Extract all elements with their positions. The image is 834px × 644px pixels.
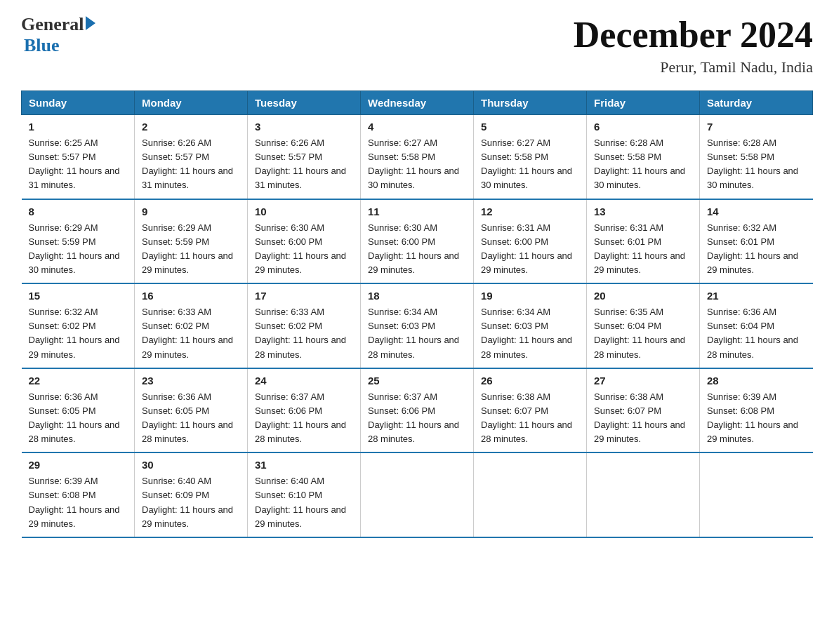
calendar-cell: 30 Sunrise: 6:40 AMSunset: 6:09 PMDaylig… [135, 452, 248, 537]
day-number: 20 [594, 290, 692, 302]
day-info: Sunrise: 6:37 AMSunset: 6:06 PMDaylight:… [368, 391, 459, 444]
day-number: 8 [29, 206, 128, 217]
day-info: Sunrise: 6:29 AMSunset: 5:59 PMDaylight:… [142, 222, 233, 275]
day-number: 25 [368, 375, 466, 387]
day-number: 15 [29, 290, 128, 302]
calendar-table: SundayMondayTuesdayWednesdayThursdayFrid… [21, 90, 813, 538]
calendar-cell: 19 Sunrise: 6:34 AMSunset: 6:03 PMDaylig… [474, 283, 587, 368]
day-number: 16 [142, 290, 240, 302]
weekday-header-wednesday: Wednesday [361, 91, 474, 115]
calendar-cell [474, 452, 587, 537]
calendar-cell [361, 452, 474, 537]
day-info: Sunrise: 6:30 AMSunset: 6:00 PMDaylight:… [255, 222, 346, 275]
day-info: Sunrise: 6:37 AMSunset: 6:06 PMDaylight:… [255, 391, 346, 444]
day-info: Sunrise: 6:31 AMSunset: 6:00 PMDaylight:… [481, 222, 572, 275]
day-info: Sunrise: 6:28 AMSunset: 5:58 PMDaylight:… [707, 137, 798, 190]
logo: General [21, 14, 95, 35]
day-info: Sunrise: 6:28 AMSunset: 5:58 PMDaylight:… [594, 137, 685, 190]
day-number: 7 [707, 121, 806, 133]
day-number: 29 [29, 459, 128, 471]
day-info: Sunrise: 6:39 AMSunset: 6:08 PMDaylight:… [29, 476, 120, 528]
calendar-cell: 29 Sunrise: 6:39 AMSunset: 6:08 PMDaylig… [22, 452, 135, 537]
day-number: 28 [707, 375, 806, 387]
logo-blue-text: Blue [24, 35, 60, 55]
calendar-cell: 27 Sunrise: 6:38 AMSunset: 6:07 PMDaylig… [587, 368, 700, 453]
calendar-cell: 8 Sunrise: 6:29 AMSunset: 5:59 PMDayligh… [22, 199, 135, 284]
calendar-cell: 28 Sunrise: 6:39 AMSunset: 6:08 PMDaylig… [700, 368, 813, 453]
day-number: 30 [142, 459, 240, 471]
weekday-header-thursday: Thursday [474, 91, 587, 115]
calendar-cell: 2 Sunrise: 6:26 AMSunset: 5:57 PMDayligh… [135, 115, 248, 199]
calendar-cell: 18 Sunrise: 6:34 AMSunset: 6:03 PMDaylig… [361, 283, 474, 368]
header: General Blue December 2024 Perur, Tamil … [21, 14, 813, 76]
calendar-cell: 24 Sunrise: 6:37 AMSunset: 6:06 PMDaylig… [248, 368, 361, 453]
day-info: Sunrise: 6:38 AMSunset: 6:07 PMDaylight:… [594, 391, 685, 444]
day-number: 13 [594, 206, 692, 217]
day-info: Sunrise: 6:32 AMSunset: 6:01 PMDaylight:… [707, 222, 798, 275]
day-number: 5 [481, 121, 579, 133]
calendar-cell: 4 Sunrise: 6:27 AMSunset: 5:58 PMDayligh… [361, 115, 474, 199]
day-info: Sunrise: 6:33 AMSunset: 6:02 PMDaylight:… [142, 307, 233, 359]
day-info: Sunrise: 6:38 AMSunset: 6:07 PMDaylight:… [481, 391, 572, 444]
calendar-cell: 20 Sunrise: 6:35 AMSunset: 6:04 PMDaylig… [587, 283, 700, 368]
logo-general-text: General [21, 14, 84, 35]
day-info: Sunrise: 6:35 AMSunset: 6:04 PMDaylight:… [594, 307, 685, 359]
calendar-cell: 6 Sunrise: 6:28 AMSunset: 5:58 PMDayligh… [587, 115, 700, 199]
day-number: 27 [594, 375, 692, 387]
calendar-cell: 31 Sunrise: 6:40 AMSunset: 6:10 PMDaylig… [248, 452, 361, 537]
day-info: Sunrise: 6:36 AMSunset: 6:05 PMDaylight:… [142, 391, 233, 444]
location-subtitle: Perur, Tamil Nadu, India [574, 58, 813, 76]
weekday-header-sunday: Sunday [22, 91, 135, 115]
day-info: Sunrise: 6:33 AMSunset: 6:02 PMDaylight:… [255, 307, 346, 359]
calendar-header-row: SundayMondayTuesdayWednesdayThursdayFrid… [22, 91, 813, 115]
day-info: Sunrise: 6:25 AMSunset: 5:57 PMDaylight:… [29, 137, 120, 190]
day-number: 19 [481, 290, 579, 302]
day-info: Sunrise: 6:30 AMSunset: 6:00 PMDaylight:… [368, 222, 459, 275]
day-number: 1 [29, 121, 128, 133]
day-number: 18 [368, 290, 466, 302]
day-info: Sunrise: 6:31 AMSunset: 6:01 PMDaylight:… [594, 222, 685, 275]
day-number: 9 [142, 206, 240, 217]
day-number: 31 [255, 459, 353, 471]
day-info: Sunrise: 6:39 AMSunset: 6:08 PMDaylight:… [707, 391, 798, 444]
day-info: Sunrise: 6:40 AMSunset: 6:10 PMDaylight:… [255, 476, 346, 528]
day-info: Sunrise: 6:27 AMSunset: 5:58 PMDaylight:… [368, 137, 459, 190]
calendar-cell: 23 Sunrise: 6:36 AMSunset: 6:05 PMDaylig… [135, 368, 248, 453]
calendar-cell: 17 Sunrise: 6:33 AMSunset: 6:02 PMDaylig… [248, 283, 361, 368]
day-number: 4 [368, 121, 466, 133]
day-number: 23 [142, 375, 240, 387]
day-number: 3 [255, 121, 353, 133]
calendar-week-row: 8 Sunrise: 6:29 AMSunset: 5:59 PMDayligh… [22, 199, 813, 284]
day-info: Sunrise: 6:26 AMSunset: 5:57 PMDaylight:… [142, 137, 233, 190]
day-info: Sunrise: 6:27 AMSunset: 5:58 PMDaylight:… [481, 137, 572, 190]
day-info: Sunrise: 6:32 AMSunset: 6:02 PMDaylight:… [29, 307, 120, 359]
calendar-cell: 1 Sunrise: 6:25 AMSunset: 5:57 PMDayligh… [22, 115, 135, 199]
day-info: Sunrise: 6:34 AMSunset: 6:03 PMDaylight:… [368, 307, 459, 359]
calendar-cell: 11 Sunrise: 6:30 AMSunset: 6:00 PMDaylig… [361, 199, 474, 284]
day-number: 17 [255, 290, 353, 302]
weekday-header-friday: Friday [587, 91, 700, 115]
calendar-cell: 9 Sunrise: 6:29 AMSunset: 5:59 PMDayligh… [135, 199, 248, 284]
day-info: Sunrise: 6:36 AMSunset: 6:04 PMDaylight:… [707, 307, 798, 359]
calendar-cell: 13 Sunrise: 6:31 AMSunset: 6:01 PMDaylig… [587, 199, 700, 284]
month-year-title: December 2024 [574, 14, 813, 55]
title-area: December 2024 Perur, Tamil Nadu, India [574, 14, 813, 76]
calendar-cell: 12 Sunrise: 6:31 AMSunset: 6:00 PMDaylig… [474, 199, 587, 284]
calendar-week-row: 22 Sunrise: 6:36 AMSunset: 6:05 PMDaylig… [22, 368, 813, 453]
day-number: 10 [255, 206, 353, 217]
day-number: 26 [481, 375, 579, 387]
calendar-week-row: 1 Sunrise: 6:25 AMSunset: 5:57 PMDayligh… [22, 115, 813, 199]
calendar-cell [587, 452, 700, 537]
calendar-cell: 26 Sunrise: 6:38 AMSunset: 6:07 PMDaylig… [474, 368, 587, 453]
day-number: 11 [368, 206, 466, 217]
calendar-cell: 3 Sunrise: 6:26 AMSunset: 5:57 PMDayligh… [248, 115, 361, 199]
day-number: 14 [707, 206, 806, 217]
calendar-cell: 16 Sunrise: 6:33 AMSunset: 6:02 PMDaylig… [135, 283, 248, 368]
day-info: Sunrise: 6:26 AMSunset: 5:57 PMDaylight:… [255, 137, 346, 190]
day-number: 2 [142, 121, 240, 133]
weekday-header-saturday: Saturday [700, 91, 813, 115]
day-number: 12 [481, 206, 579, 217]
day-number: 21 [707, 290, 806, 302]
day-number: 24 [255, 375, 353, 387]
logo-triangle-icon [86, 16, 95, 30]
